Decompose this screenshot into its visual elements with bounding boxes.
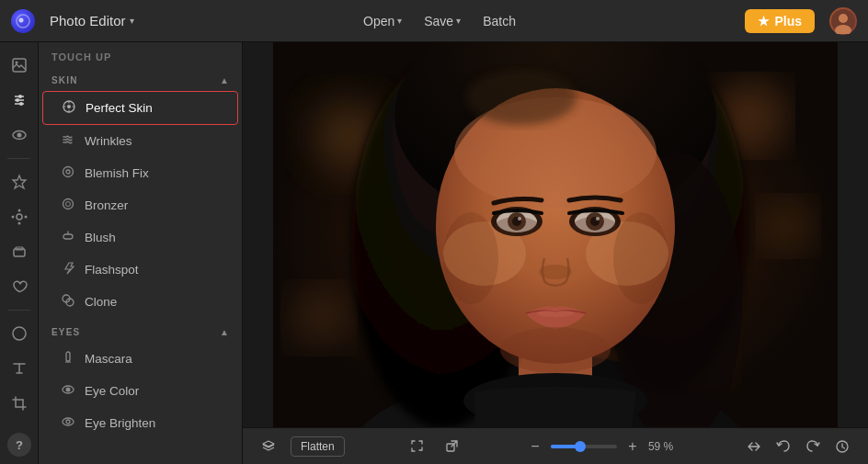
plus-button[interactable]: ★ Plus [745,9,815,33]
skin-section-header[interactable]: SKIN ▲ [39,66,242,91]
tool-mascara-label: Mascara [85,352,132,366]
svg-point-10 [18,95,22,98]
svg-point-14 [17,133,21,138]
svg-point-12 [19,102,23,106]
zoom-out-button[interactable]: − [525,436,545,457]
clone-icon [61,293,75,311]
eye-icon[interactable] [4,119,35,151]
tool-blush-label: Blush [85,231,116,244]
tool-flashspot[interactable]: Flashspot [42,254,238,286]
effects-icon[interactable] [4,201,35,232]
mascara-icon [61,350,75,368]
tool-blush[interactable]: Blush [42,221,238,254]
open-menu[interactable]: Open ▾ [354,10,411,32]
canvas-area: Flatten − + 59 % [243,42,868,464]
save-menu[interactable]: Save ▾ [415,10,470,32]
svg-point-72 [466,70,577,125]
tool-eye-brighten[interactable]: Eye Brighten [42,407,238,439]
circle-icon[interactable] [4,318,35,349]
expand-icon[interactable] [405,434,430,459]
touch-up-label: TOUCH UP [39,42,242,66]
heart-icon[interactable] [4,271,35,302]
svg-point-44 [760,198,816,254]
help-button[interactable]: ? [7,433,31,457]
tools-panel: TOUCH UP SKIN ▲ Perfect Skin Wrinkles Bl… [39,42,243,464]
bottom-bar: Flatten − + 59 % [243,427,868,464]
layers-bottom-icon[interactable] [256,434,281,459]
batch-button[interactable]: Batch [474,10,525,32]
eyes-section-header[interactable]: EYES ▲ [39,318,242,343]
eyes-section-title: EYES [51,327,80,337]
crop-icon[interactable] [4,388,35,419]
photo-canvas [273,42,838,427]
svg-point-36 [66,388,71,392]
tool-flashspot-label: Flashspot [85,263,139,277]
svg-point-26 [63,167,74,177]
undo-button[interactable] [771,434,796,459]
history-button[interactable] [829,434,855,459]
svg-point-1 [19,17,24,22]
tool-blemish-fix[interactable]: Blemish Fix [42,157,238,189]
tool-clone-label: Clone [85,295,117,309]
tool-blemish-fix-label: Blemish Fix [85,166,149,180]
svg-point-77 [613,212,668,304]
svg-point-45 [287,286,351,350]
wrinkles-icon [61,132,75,150]
tool-wrinkles[interactable]: Wrinkles [42,125,238,157]
app-title-chevron: ▾ [130,16,134,26]
svg-point-18 [17,222,20,225]
icon-sidebar [0,42,39,464]
flatten-button[interactable]: Flatten [291,436,345,457]
skin-section-title: SKIN [51,75,78,85]
tool-bronzer[interactable]: Bronzer [42,189,238,221]
skin-section-chevron: ▲ [220,75,229,85]
topbar-nav: Open ▾ Save ▾ Batch [354,10,525,32]
svg-point-3 [839,14,848,23]
external-link-icon[interactable] [440,434,465,459]
tool-eye-color-label: Eye Color [85,384,139,398]
svg-rect-30 [63,234,73,239]
image-icon[interactable] [4,50,35,81]
app-title[interactable]: Photo Editor ▾ [50,13,134,28]
svg-point-29 [66,202,71,207]
svg-point-74 [495,217,539,235]
layers-icon[interactable] [4,236,35,267]
zoom-slider[interactable] [551,445,617,448]
svg-point-25 [67,105,71,108]
sliders-icon[interactable] [4,85,35,116]
canvas-image[interactable] [243,42,868,427]
svg-rect-34 [66,352,70,361]
zoom-percentage: 59 % [648,440,681,453]
eye-color-icon [61,382,75,400]
tool-perfect-skin-label: Perfect Skin [86,101,153,115]
tool-perfect-skin[interactable]: Perfect Skin [42,91,238,125]
svg-point-70 [537,310,574,317]
zoom-controls: − + 59 % [525,436,681,457]
svg-point-75 [573,217,617,235]
eye-brighten-icon [61,414,75,432]
svg-point-39 [69,420,71,422]
flashspot-icon [61,261,75,278]
app-title-text: Photo Editor [50,13,126,28]
svg-point-28 [63,199,74,209]
flip-icon[interactable] [741,434,767,459]
star-icon[interactable] [4,166,35,198]
svg-point-23 [13,327,26,340]
blush-icon [61,229,75,246]
svg-marker-15 [13,175,26,188]
svg-point-6 [15,62,17,64]
history-controls [741,434,855,459]
svg-point-37 [63,418,74,425]
redo-button[interactable] [800,434,826,459]
svg-point-16 [17,214,22,220]
tool-wrinkles-label: Wrinkles [85,134,132,148]
tool-eye-brighten-label: Eye Brighten [85,416,155,430]
eyes-section-chevron: ▲ [220,327,229,337]
zoom-in-button[interactable]: + [622,436,643,457]
tool-clone[interactable]: Clone [42,286,238,318]
text-icon[interactable] [4,353,35,384]
perfect-skin-icon [62,99,76,117]
user-avatar[interactable] [829,7,857,35]
tool-eye-color[interactable]: Eye Color [42,375,238,407]
tool-mascara[interactable]: Mascara [42,343,238,375]
